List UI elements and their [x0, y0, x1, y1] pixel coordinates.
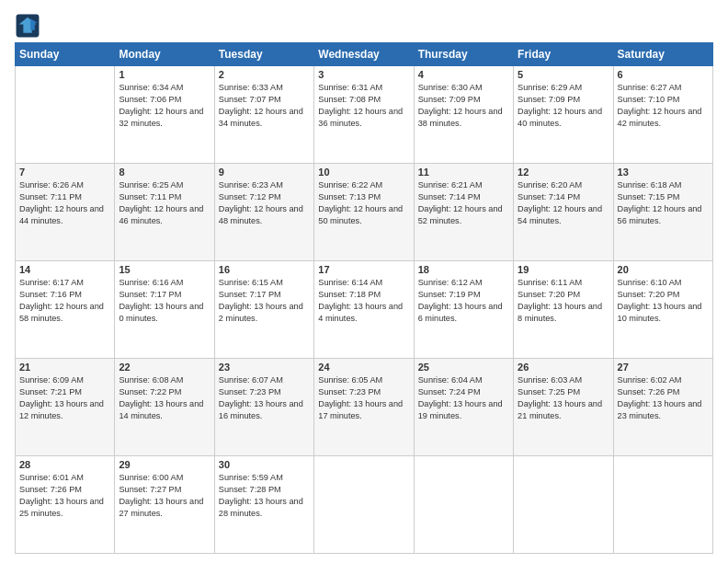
calendar-cell: 29Sunrise: 6:00 AMSunset: 7:27 PMDayligh… [115, 456, 214, 554]
day-number: 24 [318, 362, 409, 373]
day-detail: Sunrise: 6:20 AMSunset: 7:14 PMDaylight:… [518, 179, 609, 227]
day-detail: Sunrise: 6:07 AMSunset: 7:23 PMDaylight:… [219, 374, 310, 422]
day-number: 10 [318, 167, 409, 178]
calendar-cell [613, 456, 712, 554]
calendar-cell: 14Sunrise: 6:17 AMSunset: 7:16 PMDayligh… [16, 261, 115, 359]
week-row-2: 14Sunrise: 6:17 AMSunset: 7:16 PMDayligh… [16, 261, 713, 359]
calendar-cell: 21Sunrise: 6:09 AMSunset: 7:21 PMDayligh… [16, 359, 115, 456]
calendar-cell: 23Sunrise: 6:07 AMSunset: 7:23 PMDayligh… [214, 359, 313, 456]
day-number: 3 [318, 69, 409, 80]
day-detail: Sunrise: 6:27 AMSunset: 7:10 PMDaylight:… [618, 82, 709, 130]
calendar-cell [414, 456, 513, 554]
day-number: 23 [219, 362, 310, 373]
day-detail: Sunrise: 6:03 AMSunset: 7:25 PMDaylight:… [518, 374, 609, 422]
day-number: 28 [19, 459, 110, 470]
day-detail: Sunrise: 6:17 AMSunset: 7:16 PMDaylight:… [19, 277, 110, 325]
day-detail: Sunrise: 6:02 AMSunset: 7:26 PMDaylight:… [618, 374, 709, 422]
day-detail: Sunrise: 6:09 AMSunset: 7:21 PMDaylight:… [19, 374, 110, 422]
day-detail: Sunrise: 6:01 AMSunset: 7:26 PMDaylight:… [19, 472, 110, 520]
calendar-cell: 26Sunrise: 6:03 AMSunset: 7:25 PMDayligh… [514, 359, 613, 456]
day-detail: Sunrise: 6:31 AMSunset: 7:08 PMDaylight:… [318, 82, 409, 130]
calendar-cell: 6Sunrise: 6:27 AMSunset: 7:10 PMDaylight… [613, 66, 712, 164]
header [15, 13, 713, 39]
day-number: 18 [418, 264, 509, 275]
calendar-cell: 3Sunrise: 6:31 AMSunset: 7:08 PMDaylight… [314, 66, 414, 164]
day-detail: Sunrise: 6:00 AMSunset: 7:27 PMDaylight:… [119, 472, 210, 520]
day-number: 29 [119, 459, 210, 470]
calendar-cell: 9Sunrise: 6:23 AMSunset: 7:12 PMDaylight… [214, 164, 313, 261]
calendar-cell: 24Sunrise: 6:05 AMSunset: 7:23 PMDayligh… [314, 359, 414, 456]
day-number: 11 [418, 167, 509, 178]
calendar-cell: 28Sunrise: 6:01 AMSunset: 7:26 PMDayligh… [16, 456, 115, 554]
day-number: 22 [119, 362, 210, 373]
day-detail: Sunrise: 6:23 AMSunset: 7:12 PMDaylight:… [219, 179, 310, 227]
day-detail: Sunrise: 6:22 AMSunset: 7:13 PMDaylight:… [318, 179, 409, 227]
calendar-cell [314, 456, 414, 554]
day-detail: Sunrise: 6:15 AMSunset: 7:17 PMDaylight:… [219, 277, 310, 325]
calendar-cell [16, 66, 115, 164]
day-header-tuesday: Tuesday [214, 43, 313, 66]
day-number: 26 [518, 362, 609, 373]
day-number: 2 [219, 69, 310, 80]
day-detail: Sunrise: 6:05 AMSunset: 7:23 PMDaylight:… [318, 374, 409, 422]
calendar-cell: 18Sunrise: 6:12 AMSunset: 7:19 PMDayligh… [414, 261, 513, 359]
day-detail: Sunrise: 6:26 AMSunset: 7:11 PMDaylight:… [19, 179, 110, 227]
day-number: 15 [119, 264, 210, 275]
day-detail: Sunrise: 6:11 AMSunset: 7:20 PMDaylight:… [518, 277, 609, 325]
day-number: 4 [418, 69, 509, 80]
page: SundayMondayTuesdayWednesdayThursdayFrid… [0, 0, 728, 563]
day-number: 1 [119, 69, 210, 80]
week-row-0: 1Sunrise: 6:34 AMSunset: 7:06 PMDaylight… [16, 66, 713, 164]
calendar-cell: 2Sunrise: 6:33 AMSunset: 7:07 PMDaylight… [214, 66, 313, 164]
day-number: 7 [19, 167, 110, 178]
week-row-4: 28Sunrise: 6:01 AMSunset: 7:26 PMDayligh… [16, 456, 713, 554]
calendar-cell: 30Sunrise: 5:59 AMSunset: 7:28 PMDayligh… [214, 456, 313, 554]
logo-icon [15, 13, 40, 39]
calendar-cell [514, 456, 613, 554]
day-detail: Sunrise: 6:08 AMSunset: 7:22 PMDaylight:… [119, 374, 210, 422]
days-header-row: SundayMondayTuesdayWednesdayThursdayFrid… [16, 43, 713, 66]
day-number: 21 [19, 362, 110, 373]
day-number: 19 [518, 264, 609, 275]
calendar-cell: 7Sunrise: 6:26 AMSunset: 7:11 PMDaylight… [16, 164, 115, 261]
calendar-cell: 20Sunrise: 6:10 AMSunset: 7:20 PMDayligh… [613, 261, 712, 359]
day-detail: Sunrise: 6:12 AMSunset: 7:19 PMDaylight:… [418, 277, 509, 325]
calendar-cell: 12Sunrise: 6:20 AMSunset: 7:14 PMDayligh… [514, 164, 613, 261]
calendar-cell: 8Sunrise: 6:25 AMSunset: 7:11 PMDaylight… [115, 164, 214, 261]
logo [15, 13, 44, 39]
day-number: 16 [219, 264, 310, 275]
calendar-cell: 10Sunrise: 6:22 AMSunset: 7:13 PMDayligh… [314, 164, 414, 261]
week-row-1: 7Sunrise: 6:26 AMSunset: 7:11 PMDaylight… [16, 164, 713, 261]
calendar-cell: 15Sunrise: 6:16 AMSunset: 7:17 PMDayligh… [115, 261, 214, 359]
day-header-friday: Friday [514, 43, 613, 66]
day-detail: Sunrise: 6:21 AMSunset: 7:14 PMDaylight:… [418, 179, 509, 227]
calendar-cell: 19Sunrise: 6:11 AMSunset: 7:20 PMDayligh… [514, 261, 613, 359]
day-detail: Sunrise: 6:16 AMSunset: 7:17 PMDaylight:… [119, 277, 210, 325]
day-number: 6 [618, 69, 709, 80]
day-number: 30 [219, 459, 310, 470]
day-number: 12 [518, 167, 609, 178]
day-detail: Sunrise: 5:59 AMSunset: 7:28 PMDaylight:… [219, 472, 310, 520]
day-number: 14 [19, 264, 110, 275]
day-detail: Sunrise: 6:04 AMSunset: 7:24 PMDaylight:… [418, 374, 509, 422]
calendar-cell: 11Sunrise: 6:21 AMSunset: 7:14 PMDayligh… [414, 164, 513, 261]
day-number: 8 [119, 167, 210, 178]
day-header-monday: Monday [115, 43, 214, 66]
calendar-cell: 22Sunrise: 6:08 AMSunset: 7:22 PMDayligh… [115, 359, 214, 456]
calendar-cell: 17Sunrise: 6:14 AMSunset: 7:18 PMDayligh… [314, 261, 414, 359]
calendar-table: SundayMondayTuesdayWednesdayThursdayFrid… [15, 42, 713, 554]
day-detail: Sunrise: 6:33 AMSunset: 7:07 PMDaylight:… [219, 82, 310, 130]
day-header-wednesday: Wednesday [314, 43, 414, 66]
calendar-cell: 1Sunrise: 6:34 AMSunset: 7:06 PMDaylight… [115, 66, 214, 164]
day-detail: Sunrise: 6:25 AMSunset: 7:11 PMDaylight:… [119, 179, 210, 227]
day-number: 5 [518, 69, 609, 80]
day-number: 20 [618, 264, 709, 275]
day-detail: Sunrise: 6:18 AMSunset: 7:15 PMDaylight:… [618, 179, 709, 227]
week-row-3: 21Sunrise: 6:09 AMSunset: 7:21 PMDayligh… [16, 359, 713, 456]
day-number: 13 [618, 167, 709, 178]
day-detail: Sunrise: 6:29 AMSunset: 7:09 PMDaylight:… [518, 82, 609, 130]
calendar-cell: 16Sunrise: 6:15 AMSunset: 7:17 PMDayligh… [214, 261, 313, 359]
calendar-cell: 13Sunrise: 6:18 AMSunset: 7:15 PMDayligh… [613, 164, 712, 261]
day-detail: Sunrise: 6:30 AMSunset: 7:09 PMDaylight:… [418, 82, 509, 130]
day-detail: Sunrise: 6:10 AMSunset: 7:20 PMDaylight:… [618, 277, 709, 325]
